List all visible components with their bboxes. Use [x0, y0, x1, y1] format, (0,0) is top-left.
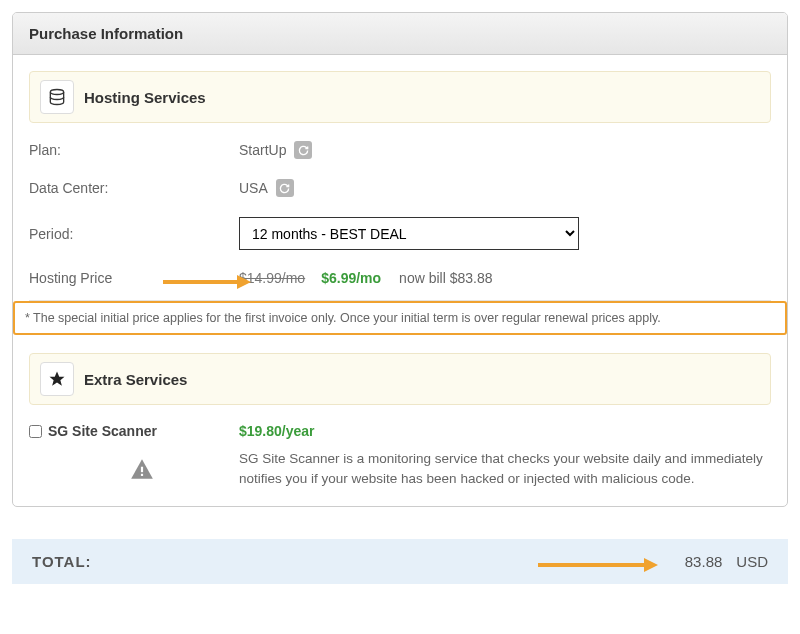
period-select[interactable]: 12 months - BEST DEAL — [239, 217, 579, 250]
hosting-section-header: Hosting Services — [29, 71, 771, 123]
total-bar: TOTAL: 83.88 USD — [12, 539, 788, 584]
scanner-label[interactable]: SG Site Scanner — [29, 423, 239, 439]
extras-section-title: Extra Services — [84, 371, 187, 388]
plan-row: Plan: StartUp — [29, 141, 771, 159]
discounted-price: $6.99/mo — [321, 270, 381, 286]
datacenter-row: Data Center: USA — [29, 179, 771, 197]
total-label: TOTAL: — [32, 553, 92, 570]
price-notice-text: * The special initial price applies for … — [25, 311, 661, 325]
purchase-panel: Purchase Information Hosting Services Pl… — [12, 12, 788, 507]
svg-marker-3 — [50, 372, 65, 386]
scanner-name: SG Site Scanner — [48, 423, 157, 439]
total-amount: 83.88 — [685, 553, 723, 570]
scanner-description: SG Site Scanner is a monitoring service … — [239, 449, 771, 490]
datacenter-value: USA — [239, 180, 268, 196]
svg-rect-5 — [141, 474, 143, 476]
warning-icon — [129, 457, 239, 486]
now-bill-text: now bill $83.88 — [399, 270, 492, 286]
refresh-icon[interactable] — [294, 141, 312, 159]
svg-point-0 — [50, 90, 63, 95]
scanner-row: SG Site Scanner $19.80/year SG Site Scan… — [29, 423, 771, 490]
hosting-price-row: Hosting Price $14.99/mo $6.99/mo now bil… — [29, 270, 771, 286]
datacenter-label: Data Center: — [29, 180, 239, 196]
scanner-price: $19.80/year — [239, 423, 771, 439]
svg-rect-4 — [141, 467, 143, 472]
panel-title: Purchase Information — [29, 25, 183, 42]
refresh-icon[interactable] — [276, 179, 294, 197]
panel-body: Hosting Services Plan: StartUp Data Cent… — [13, 55, 787, 506]
star-icon — [40, 362, 74, 396]
hosting-section-title: Hosting Services — [84, 89, 206, 106]
original-price: $14.99/mo — [239, 270, 305, 286]
hosting-services-icon — [40, 80, 74, 114]
extras-section-header: Extra Services — [29, 353, 771, 405]
price-notice: * The special initial price applies for … — [13, 301, 787, 335]
annotation-arrow-icon — [538, 557, 658, 573]
plan-value: StartUp — [239, 142, 286, 158]
period-row: Period: 12 months - BEST DEAL — [29, 217, 771, 250]
svg-marker-7 — [644, 558, 658, 572]
total-currency: USD — [736, 553, 768, 570]
panel-header: Purchase Information — [13, 13, 787, 55]
period-label: Period: — [29, 226, 239, 242]
scanner-checkbox[interactable] — [29, 425, 42, 438]
plan-label: Plan: — [29, 142, 239, 158]
hosting-price-label: Hosting Price — [29, 270, 239, 286]
